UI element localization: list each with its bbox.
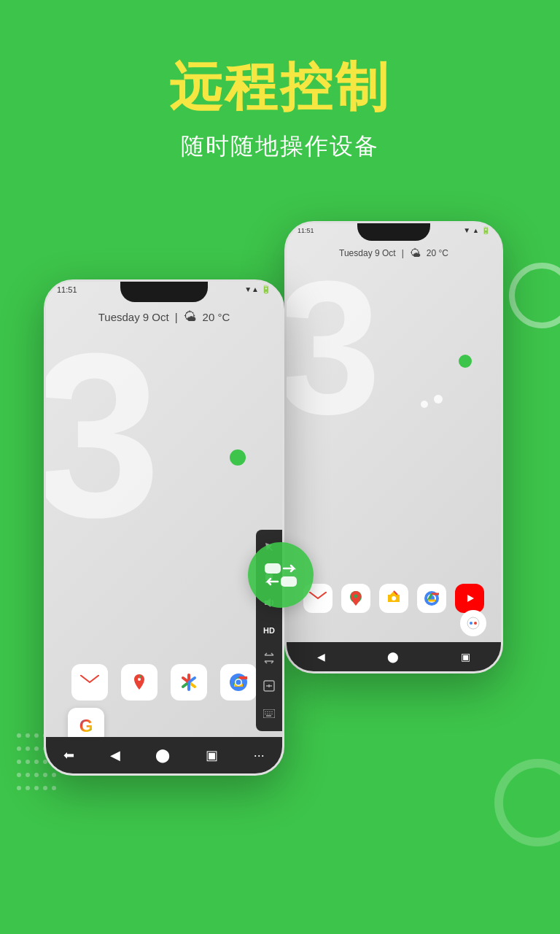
svg-point-10 <box>474 622 477 625</box>
google-letter: G <box>79 716 93 736</box>
phone-back-screen: 11:51 ▼ ▲ 🔋 Tuesday 9 Oct | 🌤 20 °C 3 <box>287 223 501 671</box>
app-icon-chrome-front <box>220 664 257 700</box>
phone-front-weather-icon: 🌤 <box>184 309 197 325</box>
nav-front-recent: ▣ <box>206 747 218 763</box>
phone-front-date: Tuesday 9 Oct <box>98 311 169 323</box>
phone-back: 11:51 ▼ ▲ 🔋 Tuesday 9 Oct | 🌤 20 °C 3 <box>284 221 503 674</box>
phone-front: 11:51 ▼▲ 🔋 Tuesday 9 Oct | 🌤 20 °C 3 <box>44 279 284 776</box>
svg-rect-29 <box>281 576 297 587</box>
app-icon-maps-front <box>121 664 158 700</box>
battery-icon: 🔋 <box>481 226 490 234</box>
phone-back-app-icons <box>287 584 501 613</box>
header-section: 远程控制 随时随地操作设备 <box>0 0 560 185</box>
phone-front-screen: 11:51 ▼▲ 🔋 Tuesday 9 Oct | 🌤 20 °C 3 <box>46 282 282 773</box>
phone-front-watermark: 3 <box>44 318 161 552</box>
nav-recent: ▣ <box>461 651 470 663</box>
nav-front-back: ⬅ <box>63 747 74 763</box>
svg-point-14 <box>236 680 241 685</box>
nav-front-home-arrow: ◀ <box>110 747 120 763</box>
phone-back-date: Tuesday 9 Oct <box>339 248 396 258</box>
phone-front-status-right: ▼▲ 🔋 <box>244 285 271 294</box>
app-icon-photos-front <box>171 664 207 700</box>
page-title: 远程控制 <box>0 58 560 116</box>
signal-icon: ▼ <box>463 226 470 234</box>
assistant-icon-back <box>460 610 486 636</box>
phone-front-app-icons <box>46 664 282 700</box>
nav-back: ◀ <box>317 651 325 663</box>
toolbar-transfer[interactable] <box>256 645 282 671</box>
phone-back-time: 11:51 <box>298 227 314 234</box>
toolbar-hd[interactable]: HD <box>256 617 282 644</box>
svg-point-9 <box>470 622 472 625</box>
green-dot-front <box>230 449 246 466</box>
phone-back-date-weather: Tuesday 9 Oct | 🌤 20 °C <box>287 247 501 259</box>
app-icon-youtube-back <box>455 584 484 613</box>
app-icon-photos-back <box>379 584 408 613</box>
phone-back-watermark: 3 <box>284 252 381 442</box>
white-dot-1 <box>434 395 443 404</box>
nav-front-home: ⬤ <box>155 747 170 763</box>
phone-back-notch <box>357 223 430 241</box>
phones-container: 11:51 ▼ ▲ 🔋 Tuesday 9 Oct | 🌤 20 °C 3 <box>0 192 560 812</box>
phone-back-weather-icon: 🌤 <box>410 247 421 259</box>
svg-rect-28 <box>265 563 281 574</box>
transfer-circle <box>248 542 314 608</box>
svg-point-2 <box>392 596 396 601</box>
phone-front-notch <box>120 282 208 302</box>
phone-front-temperature: 20 °C <box>203 311 230 323</box>
transfer-arrows-icon <box>262 560 300 590</box>
phone-front-date-weather: Tuesday 9 Oct | 🌤 20 °C <box>46 309 282 325</box>
page-subtitle: 随时随地操作设备 <box>0 131 560 163</box>
app-icon-chrome-back <box>417 584 446 613</box>
green-dot-back <box>459 355 472 368</box>
toolbar-keyboard[interactable] <box>256 700 282 727</box>
phone-front-nav-bar: ⬅ ◀ ⬤ ▣ ··· <box>46 737 282 773</box>
phone-back-temperature: 20 °C <box>427 248 448 258</box>
app-icon-maps-back <box>341 584 370 613</box>
white-dot-2 <box>421 401 428 408</box>
phone-back-status-right: ▼ ▲ 🔋 <box>463 226 490 234</box>
svg-point-8 <box>467 617 479 629</box>
phone-back-nav-bar: ◀ ⬤ ▣ <box>287 642 501 671</box>
phone-front-battery: 🔋 <box>261 285 271 294</box>
wifi-icon: ▲ <box>472 227 479 234</box>
nav-front-more: ··· <box>254 748 265 763</box>
toolbar-settings[interactable] <box>256 673 282 699</box>
nav-home: ⬤ <box>387 651 399 663</box>
app-icon-gmail-front <box>71 664 108 700</box>
phone-front-time: 11:51 <box>57 285 77 294</box>
phone-front-signal: ▼▲ <box>244 285 259 293</box>
transfer-icon-wrapper <box>248 542 314 608</box>
